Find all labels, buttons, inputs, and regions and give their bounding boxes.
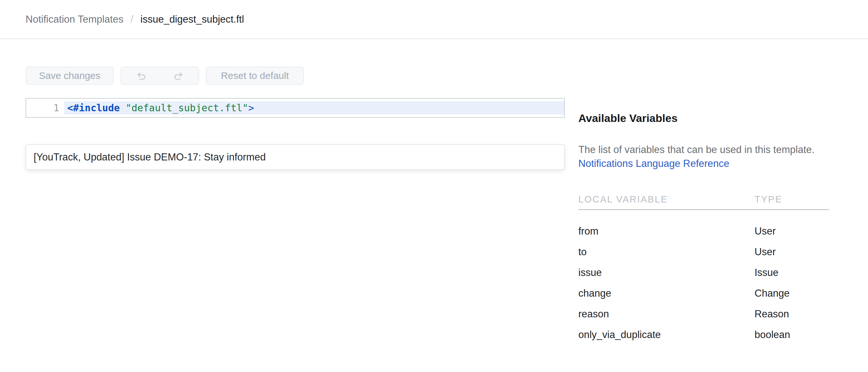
undo-icon	[135, 70, 147, 82]
variable-name: to	[578, 246, 754, 258]
template-preview-box: [YouTrack, Updated] Issue DEMO-17: Stay …	[26, 144, 565, 170]
code-line: 1 <#include "default_subject.ftl">	[26, 101, 564, 115]
redo-icon	[173, 70, 184, 82]
line-number: 1	[26, 101, 64, 115]
active-code-line[interactable]: <#include "default_subject.ftl">	[64, 101, 564, 115]
template-code-editor[interactable]: 1 <#include "default_subject.ftl">	[26, 98, 565, 118]
table-row: reason Reason	[578, 304, 829, 324]
save-changes-button[interactable]: Save changes	[26, 67, 114, 85]
breadcrumb-notification-templates-link[interactable]: Notification Templates	[26, 13, 123, 25]
code-space	[120, 102, 126, 114]
column-header-local-variable: LOCAL VARIABLE	[578, 194, 754, 205]
variable-name: issue	[578, 267, 754, 279]
table-row: issue Issue	[578, 262, 829, 283]
notification-template-editor-page: Notification Templates / issue_digest_su…	[0, 0, 868, 372]
table-row: to User	[578, 241, 829, 262]
breadcrumb: Notification Templates / issue_digest_su…	[26, 13, 244, 25]
undo-redo-button-group	[121, 67, 199, 85]
variable-name: reason	[578, 308, 754, 320]
variable-type: boolean	[754, 329, 829, 341]
variable-type: Issue	[754, 267, 829, 279]
notifications-language-reference-link[interactable]: Notifications Language Reference	[578, 156, 729, 170]
variable-name: change	[578, 288, 754, 299]
variable-name: from	[578, 226, 754, 237]
variable-type: Change	[754, 288, 829, 299]
code-directive-open: <#include	[67, 102, 120, 114]
variable-type: Reason	[754, 308, 829, 320]
breadcrumb-bar: Notification Templates / issue_digest_su…	[0, 0, 868, 39]
available-variables-panel: Available Variables The list of variable…	[578, 110, 829, 345]
table-row: change Change	[578, 283, 829, 304]
available-variables-title: Available Variables	[578, 110, 829, 126]
code-string: "default_subject.ftl"	[126, 102, 248, 114]
variables-table-body: from User to User issue Issue change Cha…	[578, 210, 829, 345]
available-variables-description: The list of variables that can be used i…	[578, 143, 829, 156]
variable-name: only_via_duplicate	[578, 329, 754, 341]
variable-type: User	[754, 246, 829, 258]
variables-table-header: LOCAL VARIABLE TYPE	[578, 194, 829, 210]
table-row: from User	[578, 221, 829, 241]
redo-button[interactable]	[173, 70, 184, 82]
reset-to-default-button[interactable]: Reset to default	[206, 67, 304, 85]
code-directive-close: >	[248, 102, 254, 114]
undo-button[interactable]	[135, 70, 147, 82]
variable-type: User	[754, 226, 829, 237]
table-row: only_via_duplicate boolean	[578, 324, 829, 345]
preview-text: [YouTrack, Updated] Issue DEMO-17: Stay …	[34, 151, 266, 163]
editor-toolbar: Save changes Reset to de	[26, 67, 304, 85]
column-header-type: TYPE	[754, 194, 829, 205]
breadcrumb-current-file: issue_digest_subject.ftl	[140, 13, 244, 25]
breadcrumb-separator: /	[131, 13, 133, 25]
variables-table: LOCAL VARIABLE TYPE from User to User is…	[578, 194, 829, 345]
